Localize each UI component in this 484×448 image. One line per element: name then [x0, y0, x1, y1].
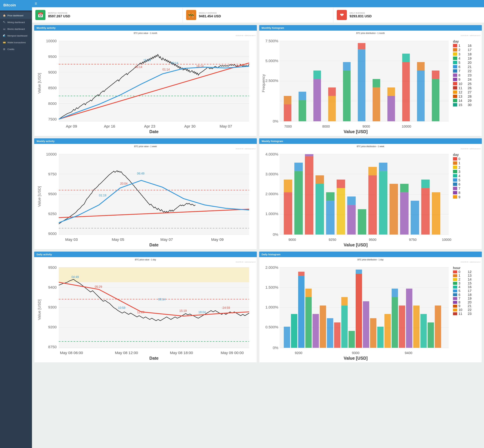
svg-text:04:49: 04:49 — [71, 275, 79, 279]
svg-rect-261 — [413, 306, 420, 348]
svg-rect-250 — [349, 331, 355, 348]
svg-text:8000: 8000 — [322, 125, 330, 128]
svg-text:14: 14 — [458, 99, 462, 103]
svg-text:Date: Date — [150, 356, 159, 360]
monthly-icon: 📅 — [35, 10, 45, 20]
svg-text:10:59: 10:59 — [118, 306, 125, 310]
svg-rect-91 — [453, 78, 457, 81]
svg-rect-52 — [373, 79, 380, 87]
svg-rect-44 — [313, 71, 321, 79]
svg-text:5: 5 — [458, 61, 460, 64]
sidebar-item-price-dashboard[interactable]: 🏠 Price dashboard — [0, 12, 32, 19]
svg-rect-56 — [402, 54, 410, 62]
weekly-activity-chart: 10000 9750 9500 9250 9000 Value [USD] — [36, 150, 255, 247]
blocks-dashboard-icon: 🗂 — [3, 28, 6, 30]
svg-rect-249 — [341, 297, 348, 305]
svg-rect-159 — [347, 197, 356, 205]
svg-text:May 08 06:00: May 08 06:00 — [60, 351, 83, 355]
sidebar-item-credits-label: Credits — [8, 48, 14, 50]
svg-text:Date: Date — [150, 242, 159, 247]
svg-rect-262 — [421, 314, 427, 348]
chart-grid: Monthly activity BTC price value - 1 mon… — [32, 23, 484, 365]
svg-rect-200 — [59, 267, 249, 282]
svg-rect-55 — [402, 62, 410, 121]
svg-text:9400: 9400 — [405, 351, 412, 355]
svg-text:22: 22 — [468, 308, 472, 312]
monthly-activity-watermark: 2018-05-09 · valeriovaccaro.it — [36, 35, 255, 36]
svg-text:6: 6 — [458, 65, 460, 69]
daily-histogram-header: Daily histogram — [259, 252, 482, 257]
svg-text:Value [USD]: Value [USD] — [37, 73, 41, 94]
svg-text:9000: 9000 — [288, 238, 296, 241]
weekly-activity-header: Weekly activity — [34, 138, 257, 144]
svg-text:0: 0 — [458, 157, 460, 161]
monthly-value: 8597.267 USD — [48, 14, 70, 18]
svg-text:10000: 10000 — [442, 238, 451, 241]
sidebar-item-credits[interactable]: ⊞ Credits — [0, 46, 32, 53]
svg-rect-59 — [432, 79, 439, 121]
svg-rect-156 — [337, 188, 345, 234]
topbar: ☰ — [32, 0, 484, 7]
svg-rect-146 — [284, 192, 292, 234]
svg-text:Value [USD]: Value [USD] — [344, 129, 367, 134]
svg-rect-157 — [337, 180, 345, 188]
sidebar-item-wallet-label: Wallet transactions — [8, 41, 26, 44]
sidebar-item-blocks-dashboard[interactable]: 🗂 Blocks dashboard — [0, 26, 32, 32]
svg-text:1.000%: 1.000% — [265, 305, 278, 309]
stat-card-weekly: 🚧 WEEKLY AVERAGE 9481.454 USD — [183, 7, 333, 23]
svg-text:15:14: 15:14 — [143, 59, 151, 62]
monthly-histogram-chart: 7.500% 5.000% 2.500% 0% Frequency — [261, 37, 480, 134]
svg-rect-255 — [377, 327, 384, 348]
svg-rect-171 — [432, 192, 440, 234]
svg-text:Apr 23: Apr 23 — [144, 124, 155, 128]
svg-text:19: 19 — [468, 296, 472, 300]
svg-text:Apr 16: Apr 16 — [104, 124, 115, 128]
svg-text:19: 19 — [468, 56, 472, 60]
daily-histogram-panel: Daily histogram BTC price distribution -… — [259, 251, 482, 363]
svg-text:10: 10 — [458, 308, 462, 312]
svg-text:1: 1 — [458, 161, 460, 165]
sidebar-item-wallet-transactions[interactable]: 💳 Wallet transactions — [0, 39, 32, 46]
monthly-label: MONTHLY AVERAGE — [48, 12, 70, 14]
svg-text:0%: 0% — [273, 232, 278, 237]
svg-text:2: 2 — [458, 48, 460, 52]
svg-rect-154 — [326, 201, 334, 235]
svg-rect-264 — [435, 306, 441, 348]
svg-rect-70 — [453, 48, 457, 51]
svg-rect-48 — [343, 62, 350, 71]
sidebar-item-mempool-dashboard[interactable]: 🌊 Mempool dashboard — [0, 32, 32, 39]
weekly-icon: 🚧 — [186, 10, 196, 20]
svg-text:9500: 9500 — [369, 238, 376, 241]
svg-text:May 09: May 09 — [211, 238, 224, 242]
daily-activity-subtitle: BTC price value - 1 day — [36, 258, 255, 261]
svg-rect-288 — [453, 293, 457, 296]
svg-text:2.000%: 2.000% — [265, 192, 278, 196]
svg-text:7000: 7000 — [284, 125, 292, 128]
svg-rect-243 — [305, 289, 312, 297]
sidebar-item-mempool-label: Mempool dashboard — [8, 34, 27, 37]
menu-icon[interactable]: ☰ — [35, 2, 37, 5]
svg-rect-195 — [453, 191, 457, 194]
svg-text:25: 25 — [468, 82, 472, 86]
svg-rect-258 — [392, 289, 398, 297]
svg-rect-85 — [453, 69, 457, 73]
svg-rect-79 — [453, 61, 457, 64]
svg-text:05:14: 05:14 — [135, 65, 142, 69]
svg-rect-260 — [406, 289, 413, 348]
stat-card-daily: ❤ DAILY AVERAGE 9293.831 USD — [333, 7, 484, 23]
svg-text:2: 2 — [458, 166, 460, 169]
svg-rect-151 — [305, 154, 313, 156]
svg-rect-185 — [453, 170, 457, 173]
svg-rect-238 — [284, 327, 290, 348]
svg-rect-73 — [453, 52, 457, 56]
svg-text:22:14: 22:14 — [171, 61, 178, 65]
svg-rect-270 — [453, 271, 457, 273]
svg-text:20: 20 — [468, 61, 472, 64]
svg-text:4: 4 — [458, 174, 460, 178]
daily-activity-watermark: 2018-05-09 · valeriovaccaro.it — [36, 261, 255, 263]
weekly-histogram-watermark: 2018-05-09 · valeriovaccaro.it — [261, 148, 480, 150]
sidebar-item-mining-dashboard[interactable]: ⛏ Mining dashboard — [0, 19, 32, 26]
weekly-activity-subtitle: BTC price value - 1 week — [36, 145, 255, 148]
svg-rect-103 — [453, 95, 457, 98]
svg-text:8500: 8500 — [48, 86, 56, 90]
